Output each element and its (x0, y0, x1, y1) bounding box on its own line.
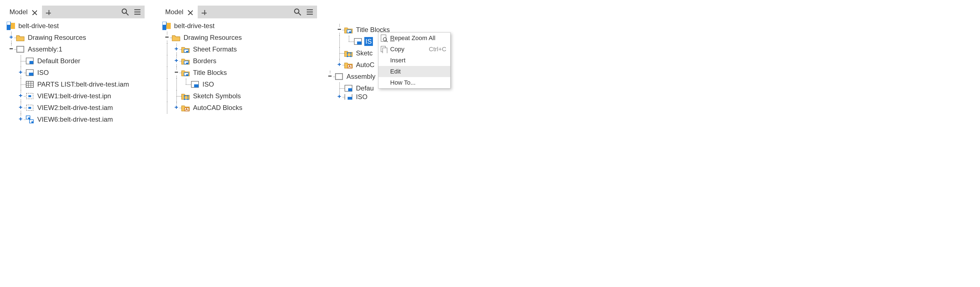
tree-label: belt-drive-test (173, 21, 216, 30)
folder-icon (172, 33, 180, 42)
folder-acad-icon (344, 61, 353, 69)
titleblock-icon (354, 37, 362, 46)
folder-acad-icon (181, 104, 190, 112)
tree-item-drawing-resources[interactable]: + Drawing Resources (7, 32, 143, 43)
menu-label: How To... (390, 79, 415, 86)
close-icon[interactable] (186, 9, 193, 15)
tree-item-root[interactable]: belt-drive-test (162, 20, 316, 32)
tree-label: Assembly (345, 72, 377, 81)
expand-button[interactable]: + (8, 35, 14, 40)
model-browser-panel-3: − Title Blocks IS Sketc + AutoC (334, 6, 461, 101)
menu-item-repeat[interactable]: Repeat Zoom All (379, 33, 450, 44)
tree-item-iso[interactable]: ISO (162, 78, 316, 90)
tree-label: Default Border (36, 56, 81, 65)
collapse-button[interactable]: − (8, 46, 14, 52)
expand-button[interactable]: + (18, 105, 23, 110)
tree-label: Drawing Resources (183, 33, 243, 42)
folder-sheet-icon (344, 26, 353, 34)
tree-item-iso2[interactable]: + ISO (325, 94, 461, 100)
folder-sheet-icon (181, 45, 190, 53)
tab-model[interactable]: Model (6, 6, 42, 18)
zoom-doc-icon (380, 34, 388, 42)
search-icon (121, 8, 129, 16)
tab-model[interactable]: Model (161, 6, 198, 18)
tree-item-title-blocks[interactable]: − Title Blocks (162, 67, 316, 78)
menu-label: Insert (390, 57, 406, 64)
tree-label: Title Blocks (192, 68, 228, 77)
search-button[interactable] (120, 6, 132, 18)
tree-label: Defau (355, 84, 375, 93)
menu-item-howto[interactable]: How To... (379, 77, 450, 88)
model-browser-panel-2: Model belt-drive-test − Drawing Resource… (161, 6, 317, 115)
tree-label: IS (364, 37, 373, 46)
tree-item-view6[interactable]: + VIEW6:belt-drive-test.iam (7, 113, 143, 125)
expand-button[interactable]: + (173, 46, 179, 52)
tree-item-parts-list[interactable]: PARTS LIST:belt-drive-test.iam (7, 78, 143, 90)
tree-label: ISO (36, 68, 50, 77)
tab-bar: Model (161, 6, 317, 18)
new-tab-button[interactable] (42, 6, 56, 18)
search-icon (293, 8, 302, 16)
tree-label: AutoC (355, 61, 376, 69)
tab-label: Model (164, 8, 185, 16)
model-browser-panel-1: Model belt-drive-test + Drawing Resource… (6, 6, 145, 127)
expand-button[interactable]: + (18, 116, 23, 122)
tree-label: VIEW2:belt-drive-test.iam (36, 103, 114, 112)
tree-item-iso[interactable]: + ISO (7, 67, 143, 78)
view-icon (25, 92, 34, 100)
view-icon (25, 104, 34, 112)
model-tree: belt-drive-test + Drawing Resources − As… (6, 18, 145, 127)
expand-button[interactable]: + (18, 93, 23, 99)
collapse-button[interactable]: − (164, 35, 170, 40)
tree-item-sketch-symbols[interactable]: Sketch Symbols (162, 90, 316, 102)
drawing-icon (162, 22, 171, 30)
folder-sketch-icon (181, 92, 190, 100)
folder-icon (16, 33, 24, 42)
tree-item-root[interactable]: belt-drive-test (7, 20, 143, 32)
tree-item-view1[interactable]: + VIEW1:belt-drive-test.ipn (7, 90, 143, 102)
sheet-icon (16, 45, 24, 53)
menu-button[interactable] (132, 6, 145, 18)
close-icon[interactable] (31, 9, 37, 15)
tree-label: VIEW1:belt-drive-test.ipn (36, 92, 112, 100)
tree-label: Sketch Symbols (192, 92, 242, 100)
tree-item-borders[interactable]: + Borders (162, 55, 316, 67)
tree-item-drawing-resources[interactable]: − Drawing Resources (162, 32, 316, 43)
collapse-button[interactable]: − (327, 74, 332, 79)
tree-label: belt-drive-test (17, 21, 60, 30)
collapse-button[interactable]: − (173, 70, 179, 75)
tree-label: Sketc (355, 49, 374, 57)
tree-item-autocad-blocks[interactable]: + AutoCAD Blocks (162, 102, 316, 113)
new-tab-button[interactable] (198, 6, 212, 18)
hamburger-icon (305, 8, 314, 16)
collapse-button[interactable]: − (336, 27, 342, 33)
expand-button[interactable]: + (173, 58, 179, 64)
menu-item-insert[interactable]: Insert (379, 55, 450, 66)
context-menu: Repeat Zoom All Copy Ctrl+C Insert Edit … (378, 32, 450, 89)
menu-button[interactable] (305, 6, 317, 18)
menu-label: Copy (390, 46, 404, 53)
tree-item-view2[interactable]: + VIEW2:belt-drive-test.iam (7, 102, 143, 113)
tree-label: ISO (355, 94, 369, 100)
border-icon (344, 84, 353, 92)
plus-icon (45, 9, 51, 15)
expand-button[interactable]: + (18, 70, 23, 75)
expand-button[interactable]: + (336, 94, 342, 100)
menu-item-edit[interactable]: Edit (379, 66, 450, 77)
tree-label: Borders (192, 56, 218, 65)
search-button[interactable] (293, 6, 305, 18)
expand-button[interactable]: + (336, 62, 342, 68)
tree-item-default-border[interactable]: Default Border (7, 55, 143, 67)
tree-item-assembly[interactable]: − Assembly:1 (7, 43, 143, 55)
tree-label: VIEW6:belt-drive-test.iam (36, 115, 114, 124)
menu-item-copy[interactable]: Copy Ctrl+C (379, 44, 450, 55)
copy-icon (380, 45, 388, 53)
expand-button[interactable]: + (173, 105, 179, 110)
titleblock-icon (344, 94, 353, 100)
tree-item-sheet-formats[interactable]: + Sheet Formats (162, 43, 316, 55)
blank-icon (380, 79, 388, 86)
blank-icon (380, 56, 388, 64)
tree-label: Sheet Formats (192, 45, 238, 54)
blank-icon (380, 68, 388, 75)
tree-label: AutoCAD Blocks (192, 103, 243, 112)
